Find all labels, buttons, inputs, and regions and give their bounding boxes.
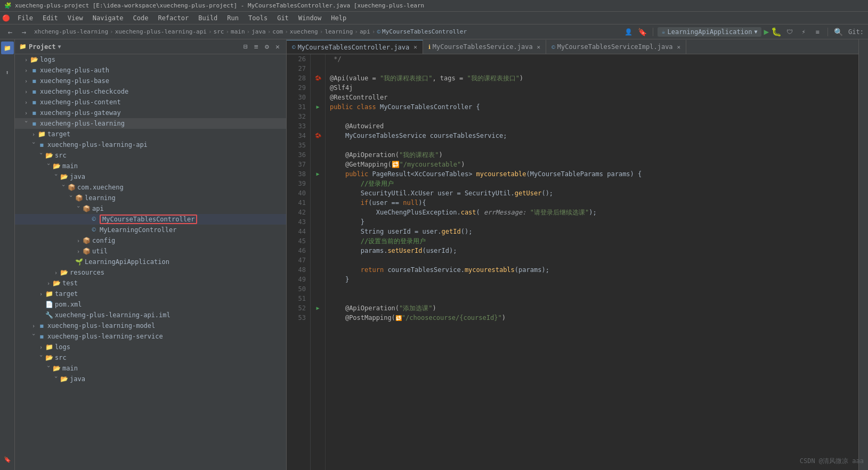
- bc-src[interactable]: src: [214, 28, 224, 35]
- bc-java[interactable]: java: [252, 28, 266, 35]
- tree-item-learning[interactable]: › ◼ xuecheng-plus-learning: [15, 118, 286, 129]
- tree-label: xuecheng-plus-gateway: [40, 109, 121, 117]
- tab-class-icon: ©: [551, 44, 555, 51]
- tree-item-resources[interactable]: › 📂 resources: [15, 267, 286, 278]
- tree-item-iml[interactable]: › 🔧 xuecheng-plus-learning-api.iml: [15, 310, 286, 320]
- menu-item-navigate[interactable]: Navigate: [88, 13, 128, 23]
- tree-item-app-class[interactable]: › 🌱 LearningApiApplication: [15, 257, 286, 267]
- tree-label: target: [47, 130, 70, 138]
- tree-item-gateway[interactable]: › ◼ xuecheng-plus-gateway: [15, 108, 286, 118]
- run-config-selector[interactable]: ☕ LearningApiApplication ▼: [658, 27, 762, 37]
- coverage-btn[interactable]: 🛡: [784, 26, 796, 38]
- package-icon: 📦: [82, 204, 91, 213]
- tree-item-api-pkg[interactable]: › 📦 api: [15, 203, 286, 214]
- bc-api2[interactable]: api: [360, 28, 370, 35]
- code-line-48: return courseTablesService.mycourestabls…: [330, 265, 858, 275]
- bc-xuecheng[interactable]: xuecheng: [290, 28, 318, 35]
- tree-item-service-java[interactable]: › 📂 java: [15, 374, 286, 384]
- tree-item-src[interactable]: › 📂 src: [15, 150, 286, 161]
- tree-item-util[interactable]: › 📦 util: [15, 246, 286, 257]
- code-content[interactable]: */ @Api(value = "我的课程表接口", tags = "我的课程表…: [326, 54, 858, 470]
- tree-item-learning-model[interactable]: › ◼ xuecheng-plus-learning-model: [15, 320, 286, 331]
- settings-icon[interactable]: ⚙: [263, 43, 271, 51]
- menu-item-refactor[interactable]: Refactor: [153, 13, 193, 23]
- tree-item-learning-api[interactable]: › ◼ xuecheng-plus-learning-api: [15, 139, 286, 150]
- menu-item-code[interactable]: Code: [129, 13, 153, 23]
- bc-controller[interactable]: © MyCourseTablesController: [377, 28, 467, 35]
- sidebar-commit-icon[interactable]: ⬆: [1, 66, 14, 79]
- breadcrumb: xhcheng-plus-learning › xuecheng-plus-le…: [32, 26, 621, 38]
- sidebar-project-icon[interactable]: 📁: [1, 42, 14, 54]
- search-btn[interactable]: 🔍: [832, 26, 844, 38]
- tree-item-my-course-tables-controller[interactable]: › © MyCourseTablesController: [15, 214, 286, 225]
- tree-label: java: [70, 173, 85, 180]
- code-line-31: public class MyCourseTablesController {: [330, 102, 858, 112]
- expand-arrow: ›: [22, 57, 30, 63]
- tree-item-checkcode[interactable]: › ◼ xuecheng-plus-checkcode: [15, 86, 286, 97]
- sidebar-bookmarks-icon[interactable]: 🔖: [1, 453, 14, 466]
- toolbar-forward-btn[interactable]: →: [18, 26, 30, 38]
- iml-icon: 🔧: [45, 311, 53, 319]
- toolbar-back-btn[interactable]: ←: [4, 26, 16, 38]
- package-icon: 📦: [82, 247, 91, 255]
- bookmark-btn[interactable]: 🔖: [637, 26, 648, 38]
- tree-item-service-src[interactable]: › 📂 src: [15, 352, 286, 363]
- code-line-37: @GetMapping(🔁"/mycoursetable"): [330, 160, 858, 169]
- tree-label: resources: [70, 269, 104, 276]
- menu-item-tools[interactable]: Tools: [244, 13, 272, 23]
- tab-close-icon[interactable]: ✕: [537, 44, 541, 51]
- menu-item-edit[interactable]: Edit: [38, 13, 62, 23]
- class-icon: ©: [90, 215, 98, 224]
- menu-item-git[interactable]: Git: [273, 13, 293, 23]
- run-button[interactable]: ▶: [764, 27, 769, 37]
- tab-my-course-tables-service[interactable]: ℹ MyCourseTablesService.java ✕: [423, 40, 546, 54]
- debug-button[interactable]: 🐛: [771, 27, 782, 37]
- bc-api[interactable]: xuecheng-plus-learning-api: [115, 28, 207, 35]
- code-line-44: String userId = user.getId();: [330, 227, 858, 236]
- menu-item-run[interactable]: Run: [223, 13, 243, 23]
- code-area: © MyCourseTablesController.java ✕ ℹ MyCo…: [287, 39, 858, 470]
- menu-item-file[interactable]: File: [13, 13, 37, 23]
- code-editor[interactable]: 26 27 28 29 30 31 32 33 34 35 36 37 38 3…: [287, 54, 858, 470]
- hide-panel-icon[interactable]: ✕: [273, 43, 282, 51]
- tree-item-auth[interactable]: › ◼ xuecheng-plus-auth: [15, 65, 286, 76]
- menu-item-window[interactable]: Window: [294, 13, 326, 23]
- expand-all-icon[interactable]: ≡: [252, 43, 261, 51]
- tree-item-logs[interactable]: › 📂 logs: [15, 54, 286, 65]
- bc-main[interactable]: main: [231, 28, 245, 35]
- tab-close-icon[interactable]: ✕: [677, 44, 681, 51]
- menu-item-view[interactable]: View: [63, 13, 87, 23]
- profile-btn[interactable]: ⚡: [798, 26, 809, 38]
- tree-label: main: [62, 162, 78, 170]
- tab-my-course-tables-service-impl[interactable]: © MyCourseTablesServiceImpl.java ✕: [546, 40, 686, 54]
- tree-item-service-main[interactable]: › 📂 main: [15, 363, 286, 374]
- more-btn[interactable]: ≡: [812, 26, 823, 38]
- tree-item-learning-service[interactable]: › ◼ xuecheng-plus-learning-service: [15, 331, 286, 342]
- tree-item-target2[interactable]: › 📁 target: [15, 288, 286, 299]
- vcs-btn[interactable]: 👤: [623, 26, 635, 38]
- tree-item-com-xuecheng[interactable]: › 📦 com.xuecheng: [15, 182, 286, 193]
- tree-item-learning-pkg[interactable]: › 📦 learning: [15, 193, 286, 203]
- tree-item-target1[interactable]: › 📁 target: [15, 129, 286, 139]
- tree-item-main[interactable]: › 📂 main: [15, 161, 286, 171]
- bc-com[interactable]: com: [272, 28, 283, 35]
- collapse-all-icon[interactable]: ⊟: [241, 43, 250, 51]
- tab-close-icon[interactable]: ✕: [413, 44, 417, 51]
- tree-item-base[interactable]: › ◼ xuecheng-plus-base: [15, 76, 286, 86]
- tree-item-test[interactable]: › 📂 test: [15, 278, 286, 288]
- bc-learning[interactable]: xhcheng-plus-learning: [34, 28, 108, 35]
- module-icon: ◼: [30, 109, 38, 117]
- tab-my-course-tables-controller[interactable]: © MyCourseTablesController.java ✕: [287, 40, 423, 54]
- code-line-42: XueChengPlusException.cast( errMessage: …: [330, 208, 858, 217]
- menu-item-help[interactable]: Help: [327, 13, 351, 23]
- tree-item-my-learning-controller[interactable]: › © MyLearningController: [15, 225, 286, 235]
- tree-item-config[interactable]: › 📦 config: [15, 235, 286, 246]
- tree-item-service-logs[interactable]: › 📁 logs: [15, 342, 286, 352]
- tree-item-content[interactable]: › ◼ xuecheng-plus-content: [15, 97, 286, 108]
- bc-learning2[interactable]: learning: [325, 28, 353, 35]
- menu-item-build[interactable]: Build: [194, 13, 222, 23]
- tree-item-pom[interactable]: › 📄 pom.xml: [15, 299, 286, 310]
- tree-label: xuecheng-plus-learning-api.iml: [55, 311, 171, 319]
- java-folder-icon: 📂: [60, 375, 68, 383]
- tree-item-java[interactable]: › 📂 java: [15, 171, 286, 182]
